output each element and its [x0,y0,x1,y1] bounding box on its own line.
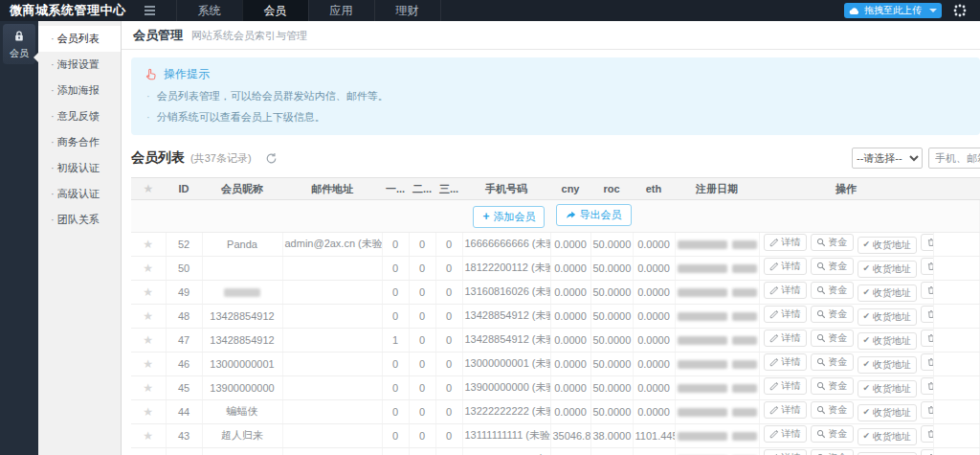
row-action-magnifier-button[interactable]: 资金 [811,401,854,419]
row-action-edit-button[interactable]: 详情 [764,401,807,419]
favorite-star-icon[interactable]: ★ [131,256,166,280]
row-action-trash-button[interactable]: 删除 [921,449,933,455]
module-rail: 会员 [0,21,38,455]
star-column-header-icon: ★ [131,178,166,200]
refresh-icon[interactable] [265,152,278,165]
cell-operations: 详情资金✔收货地址删除 [759,375,933,399]
row-action-trash-button[interactable]: 删除 [921,258,933,275]
cell-level3-count: 0 [435,256,462,280]
row-action-magnifier-button[interactable]: 资金 [811,234,854,251]
row-action-trash-button[interactable]: 删除 [921,282,933,299]
row-action-check-button[interactable]: ✔收货地址 [858,428,918,445]
sidebar-item-1[interactable]: 海报设置 [38,52,121,78]
row-action-trash-button[interactable]: 删除 [921,306,933,323]
favorite-star-icon[interactable]: ★ [131,375,166,399]
row-action-magnifier-button[interactable]: 资金 [811,449,854,455]
apps-grid-icon[interactable] [953,4,967,17]
cell-nickname: 18000000000 [202,447,282,455]
filter-select[interactable]: --请选择-- [852,148,923,169]
hamburger-menu-icon[interactable] [138,0,163,21]
row-action-edit-button[interactable]: 详情 [764,282,807,299]
upload-button[interactable]: 拖拽至此上传 [844,3,942,18]
row-action-edit-button[interactable]: 详情 [764,306,807,323]
nav-item-0[interactable]: 系统 [176,0,242,21]
add-member-button[interactable]: + 添加会员 [473,206,545,228]
row-action-magnifier-button[interactable]: 资金 [811,306,854,323]
row-action-magnifier-button[interactable]: 资金 [811,330,854,347]
edit-icon [769,285,779,295]
search-input[interactable] [928,148,980,169]
row-action-trash-button[interactable]: 删除 [921,377,933,395]
row-action-magnifier-button[interactable]: 资金 [811,282,854,299]
cell-phone: 13222222222 (未验证) [462,399,550,423]
nav-item-2[interactable]: 应用 [308,0,374,21]
nav-item-3[interactable]: 理财 [374,0,441,21]
cell-level1-count: 0 [382,304,409,328]
row-action-trash-button[interactable]: 删除 [921,401,933,419]
cell-cny: 35046.8... [550,423,590,447]
row-action-check-button[interactable]: ✔收货地址 [858,237,918,254]
favorite-star-icon[interactable]: ★ [131,399,166,423]
cell-level1-count: 1 [382,328,409,352]
cell-operations: 详情资金✔收货地址删除 [759,352,933,375]
cell-email: admin@2ax.cn (未验证) [282,232,382,256]
row-action-edit-button[interactable]: 详情 [764,258,807,275]
sidebar-item-5[interactable]: 初级认证 [38,155,121,181]
column-header-3: 一... [382,178,409,200]
row-action-trash-button[interactable]: 删除 [921,234,933,251]
column-header-0: ID [166,178,202,200]
cell-level3-count: 0 [435,375,462,399]
row-action-magnifier-button[interactable]: 资金 [811,258,854,275]
redacted-date [678,240,727,249]
row-action-check-button[interactable]: ✔收货地址 [858,404,918,421]
sidebar-item-2[interactable]: 添加海报 [38,78,121,103]
trash-icon [926,357,933,367]
row-action-trash-button[interactable]: 删除 [921,353,933,371]
favorite-star-icon[interactable]: ★ [131,423,166,447]
row-action-magnifier-button[interactable]: 资金 [811,353,854,371]
row-action-check-button[interactable]: ✔收货地址 [858,332,918,350]
cell-level2-count: 0 [409,352,435,375]
sidebar-item-0[interactable]: 会员列表 [38,26,121,52]
column-header-9: eth [633,178,675,200]
row-action-magnifier-button[interactable]: 资金 [811,377,854,395]
favorite-star-icon[interactable]: ★ [131,352,166,375]
sidebar-item-3[interactable]: 意见反馈 [38,103,121,129]
nav-item-1[interactable]: 会员 [242,0,308,21]
cell-filler [933,375,980,399]
row-action-check-button[interactable]: ✔收货地址 [858,380,918,398]
row-action-trash-button[interactable]: 删除 [921,330,933,347]
cell-operations: 详情资金✔收货地址删除 [759,232,933,256]
sidebar-item-6[interactable]: 高级认证 [38,181,121,207]
favorite-star-icon[interactable]: ★ [131,328,166,352]
row-action-edit-button[interactable]: 详情 [764,234,807,251]
row-action-check-button[interactable]: ✔收货地址 [858,308,918,326]
favorite-star-icon[interactable]: ★ [131,304,166,328]
redacted-time [732,360,757,369]
export-members-button[interactable]: 导出会员 [556,204,632,226]
column-header-1: 会员昵称 [202,178,282,200]
top-nav: 系统会员应用理财 [176,0,441,21]
favorite-star-icon[interactable]: ★ [131,447,166,455]
sidebar-item-4[interactable]: 商务合作 [38,129,121,155]
list-title: 会员列表 [131,149,185,167]
row-action-edit-button[interactable]: 详情 [764,449,807,455]
favorite-star-icon[interactable]: ★ [131,280,166,304]
row-action-edit-button[interactable]: 详情 [764,377,807,395]
trash-icon [926,405,933,415]
row-action-magnifier-button[interactable]: 资金 [811,425,854,443]
member-row: ★451390000000000013900000000 (未验证)0.0000… [131,375,980,399]
row-action-check-button[interactable]: ✔收货地址 [858,356,918,374]
sidebar-module-members[interactable]: 会员 [3,24,35,64]
row-action-check-button[interactable]: ✔收货地址 [858,284,918,302]
row-action-check-button[interactable]: ✔收货地址 [858,261,918,278]
sidebar-item-7[interactable]: 团队关系 [38,207,121,233]
favorite-star-icon[interactable]: ★ [131,232,166,256]
row-action-trash-button[interactable]: 删除 [921,425,933,443]
cell-level2-count: 0 [409,375,435,399]
cell-filler [933,256,980,280]
row-action-edit-button[interactable]: 详情 [764,425,807,443]
column-header-2: 邮件地址 [282,178,382,200]
row-action-edit-button[interactable]: 详情 [764,330,807,347]
row-action-edit-button[interactable]: 详情 [764,353,807,371]
